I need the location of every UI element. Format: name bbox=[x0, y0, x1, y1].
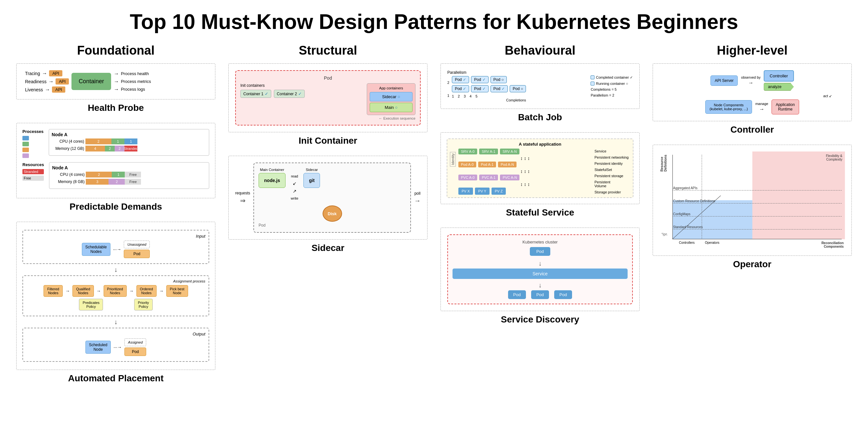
ap-input-box: Input SchedulableNodes ···→ Unassigned P… bbox=[23, 230, 209, 264]
sd-pod-3: Pod bbox=[554, 290, 572, 299]
hp-api-2: API bbox=[56, 78, 69, 85]
ctrl-node-components: Node Components(kubelet, kube-proxy, ...… bbox=[705, 100, 752, 114]
pd-mem-label-1: Memory (12 GB) bbox=[52, 146, 84, 151]
sc-sidecar-container-label: Sidecar bbox=[306, 168, 318, 172]
ss-outer-box: A stateful application Identity SRV A-0 bbox=[447, 139, 633, 198]
col-foundational: Foundational Tracing → API Readiness → A… bbox=[13, 43, 219, 393]
pd-processes-label: Processes bbox=[23, 129, 43, 134]
ss-srv-a1: SRV A-1 bbox=[479, 149, 498, 154]
ap-scheduled-node: ScheduledNode bbox=[86, 341, 111, 354]
op-configmaps: ConfigMaps bbox=[673, 212, 690, 216]
hp-api-3: API bbox=[52, 86, 65, 93]
ctrl-app-runtime: ApplicationRuntime bbox=[772, 99, 799, 114]
ic-container2: Container 2 ✓ bbox=[274, 90, 305, 98]
ap-process-box: Assignment process FilteredNodes → Quali… bbox=[23, 275, 209, 316]
hp-process-logs: Process logs bbox=[121, 87, 145, 92]
ctrl-api-server: API Server bbox=[710, 76, 738, 86]
ss-srv-an: SRV A-N bbox=[500, 149, 520, 154]
ic-pod-label: Pod bbox=[240, 76, 415, 81]
sc-write-label: write bbox=[291, 196, 298, 200]
sc-read-label: read bbox=[291, 174, 298, 178]
ic-container1: Container 1 ✓ bbox=[240, 90, 271, 98]
pd-node-a1: Node A CPU (4 cores) 2 1 1 bbox=[49, 129, 209, 156]
bj-parallelism-eq: Parallelism = 2 bbox=[591, 93, 633, 97]
ap-arrow-6: ···→ bbox=[113, 345, 122, 350]
op-operators-label: Operators bbox=[705, 241, 719, 244]
ss-storage-provider: Storage provider bbox=[594, 190, 630, 194]
batch-job-title: Batch Job bbox=[518, 112, 562, 123]
page-title: Top 10 Must-Know Design Patterns for Kub… bbox=[13, 10, 855, 34]
ap-ordered: OrderedNodes bbox=[136, 285, 157, 297]
ap-arrow-down-2: ↓ bbox=[23, 318, 209, 326]
ap-output-label: Output bbox=[26, 332, 205, 336]
pd-resources-label: Resources bbox=[23, 162, 44, 167]
bj-pod-3: Pod ○ bbox=[491, 76, 507, 83]
health-probe-title: Health Probe bbox=[88, 103, 144, 113]
bj-pod-1: Pod ✓ bbox=[452, 76, 469, 83]
ctrl-analyze-box: analyze bbox=[764, 83, 794, 91]
sc-main-container-label: Main Container bbox=[260, 168, 284, 172]
ap-prioritized: PrioritizedNodes bbox=[104, 285, 127, 297]
ap-arrow-4: → bbox=[129, 288, 134, 294]
hp-api-1: API bbox=[49, 70, 62, 77]
sd-pod-1: Pod bbox=[508, 290, 526, 299]
col-title-behavioural: Behavioural bbox=[440, 43, 640, 58]
bj-completions-x-label: Completions bbox=[452, 98, 526, 102]
ic-sidecar-box: Sidecar ○ bbox=[370, 92, 412, 101]
hp-right-labels: → Process health → Process metrics → Pro… bbox=[114, 71, 151, 92]
ss-pv-z: PV Z bbox=[492, 187, 506, 195]
col-title-structural: Structural bbox=[228, 43, 428, 58]
hp-probe-labels: Tracing → API Readiness → API Liveness →… bbox=[25, 70, 69, 93]
ctrl-act-label: act ↙ bbox=[659, 94, 832, 98]
op-attribution: *ige. bbox=[661, 232, 668, 236]
pd-node-a1-title: Node A bbox=[52, 132, 206, 137]
ss-persistent-identity: Persistent identity bbox=[594, 161, 630, 166]
bj-pod-5: Pod ✓ bbox=[471, 85, 488, 92]
ss-srv-row: SRV A-0 SRV A-1 SRV A-N bbox=[458, 149, 592, 154]
ss-pvc-row: PVC A-0 PVC A-1 PVC A-N bbox=[458, 175, 592, 180]
pd-free-legend: Free bbox=[23, 176, 44, 181]
ap-input-label: Input bbox=[26, 234, 205, 239]
stateful-service-diagram: A stateful application Identity SRV A-0 bbox=[440, 132, 640, 204]
service-discovery-title: Service Discovery bbox=[501, 314, 579, 325]
ss-pvc-an: PVC A-N bbox=[500, 175, 520, 180]
hp-readiness-label: Readiness bbox=[25, 79, 46, 84]
ss-arrow-pod-pvc: ↕ ↕ ↕ bbox=[458, 169, 592, 174]
sd-cluster-label: Kubernetes cluster bbox=[453, 240, 628, 244]
pattern-operator: ResourceDefinitions ReconciliationCompon… bbox=[653, 145, 852, 269]
batch-job-diagram: Parallelism 2 1 Pod ✓ bbox=[440, 63, 640, 109]
ctrl-observed-by: observed by bbox=[741, 76, 761, 79]
pattern-init-container: Pod App containers Sidecar ○ Main ○ Init… bbox=[228, 63, 428, 146]
ss-arrow-pvc-pv: ↕ ↕ ↕ bbox=[458, 182, 592, 187]
pd-mem-label-2: Memory (8 GB) bbox=[52, 179, 85, 184]
sc-git-box: git bbox=[303, 173, 320, 188]
hp-liveness-label: Liveness bbox=[25, 87, 43, 92]
pattern-automated-placement: Input SchedulableNodes ···→ Unassigned P… bbox=[16, 222, 215, 384]
controller-title: Controller bbox=[731, 124, 774, 135]
hp-container-box: Container bbox=[71, 73, 111, 90]
automated-placement-title: Automated Placement bbox=[68, 373, 163, 384]
pattern-batch-job: Parallelism 2 1 Pod ✓ bbox=[440, 63, 640, 123]
sd-service-box: Service bbox=[453, 268, 628, 279]
ss-arrow-srv-pod: ↕ ↕ ↕ bbox=[458, 156, 592, 161]
pd-node-a2: Node A CPU (4 cores) 2 1 Free bbox=[49, 162, 209, 189]
op-aggregated-apis: Aggregated APIs bbox=[673, 186, 698, 190]
pd-cpu-label-2: CPU (4 cores) bbox=[52, 172, 85, 177]
pattern-predictable-demands: Processes Node A bbox=[16, 123, 215, 212]
hp-tracing-label: Tracing bbox=[25, 71, 40, 76]
ap-assigned: Assigned bbox=[124, 338, 146, 346]
pattern-health-probe: Tracing → API Readiness → API Liveness →… bbox=[16, 63, 215, 113]
ss-persistent-volume-label: PersistentVolume bbox=[594, 180, 630, 188]
pattern-controller: API Server observed by → Controller anal… bbox=[653, 63, 852, 135]
bj-completions-eq: Completions = 5 bbox=[591, 87, 633, 91]
ss-persistent-networking: Persistent networking bbox=[594, 155, 630, 159]
ap-output-box: Output ScheduledNode ···→ Assigned Pod bbox=[23, 328, 209, 362]
pd-cpu-label-1: CPU (4 cores) bbox=[52, 139, 84, 144]
main-columns: Foundational Tracing → API Readiness → A… bbox=[13, 43, 855, 393]
pattern-sidecar: requests ⇒ Main Container node.js read bbox=[228, 156, 428, 253]
ss-pod-a1: Pod A-1 bbox=[478, 161, 496, 168]
bj-parallelism-label: Parallelism bbox=[447, 70, 584, 75]
bj-completed-legend: Completed container ✓ bbox=[591, 76, 633, 80]
ap-pick-best: Pick bestNode bbox=[166, 285, 188, 297]
col-behavioural: Behavioural Parallelism 2 1 bbox=[437, 43, 643, 393]
